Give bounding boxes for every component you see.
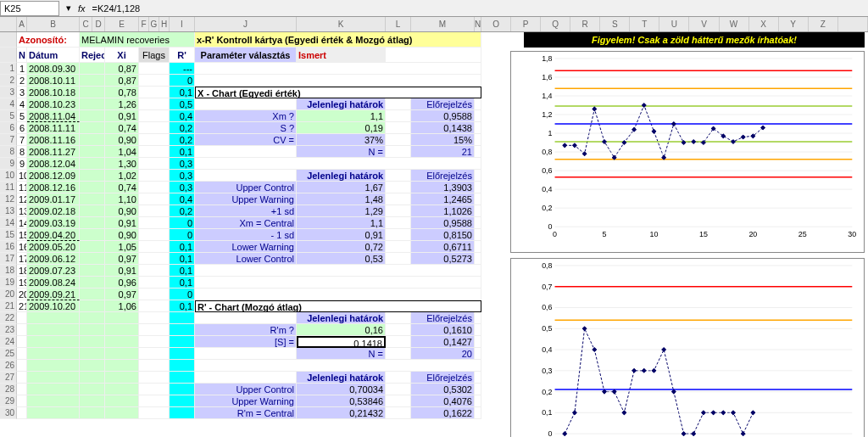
row-header[interactable] — [0, 32, 17, 48]
cell-date[interactable]: 2008.10.18 — [27, 87, 80, 98]
cell-xi[interactable]: 0,78 — [105, 87, 139, 98]
cell[interactable] — [17, 395, 27, 407]
cell-n[interactable]: 12 — [17, 193, 27, 205]
panel-value[interactable]: 0,70034 — [297, 384, 386, 395]
cell-flags[interactable] — [139, 75, 170, 87]
panel-forecast[interactable]: 0,9588 — [411, 217, 475, 229]
cell-n[interactable]: 6 — [17, 122, 27, 134]
cell[interactable] — [139, 348, 170, 360]
cell-flags[interactable] — [139, 110, 170, 122]
cell-rejec[interactable] — [80, 146, 105, 158]
cell-date[interactable]: 2009.05.20 — [27, 241, 80, 253]
blank[interactable] — [195, 360, 481, 372]
cell-rejec[interactable] — [80, 158, 105, 170]
cell-r[interactable]: 0,1 — [170, 146, 195, 158]
panel-label[interactable]: +1 sd — [195, 205, 297, 217]
cell[interactable] — [170, 360, 195, 372]
panel-forecast[interactable]: Előrejelzés — [411, 98, 475, 110]
cell[interactable] — [105, 360, 139, 372]
cell-flags[interactable] — [139, 241, 170, 253]
cell-flags[interactable] — [139, 63, 170, 75]
panel-label[interactable] — [195, 98, 297, 110]
row-header[interactable]: 29 — [0, 395, 17, 407]
cell-n[interactable]: 8 — [17, 146, 27, 158]
panel-label[interactable] — [195, 146, 297, 158]
panel-value[interactable]: 0,1418 — [297, 336, 386, 348]
cell-flags[interactable] — [139, 87, 170, 98]
cell-rejec[interactable] — [80, 87, 105, 98]
col-header-M[interactable]: M — [411, 17, 475, 31]
cell-r[interactable]: 0,3 — [170, 182, 195, 193]
cell-rejec[interactable] — [80, 241, 105, 253]
cell[interactable] — [80, 312, 105, 324]
col-header-U[interactable]: U — [659, 17, 689, 31]
panel-label[interactable]: Upper Control — [195, 182, 297, 193]
cell[interactable] — [170, 312, 195, 324]
cell-rejec[interactable] — [80, 193, 105, 205]
panel-label[interactable]: CV = — [195, 134, 297, 146]
row-header[interactable]: 24 — [0, 336, 17, 348]
cell-date[interactable]: 2009.10.20 — [27, 300, 80, 312]
cell[interactable] — [80, 348, 105, 360]
cell-date[interactable]: 2009.03.19 — [27, 217, 80, 229]
panel-value[interactable]: Jelenlegi határok — [297, 170, 386, 182]
panel-forecast[interactable]: 0,6711 — [411, 241, 475, 253]
row-header[interactable]: 13 — [0, 205, 17, 217]
cell-xi[interactable]: 1,30 — [105, 158, 139, 170]
panel-forecast[interactable]: 0,9588 — [411, 110, 475, 122]
blank[interactable] — [195, 63, 481, 75]
row-header[interactable]: 3 — [0, 87, 17, 98]
row-header[interactable]: 26 — [0, 360, 17, 372]
cell[interactable] — [27, 395, 80, 407]
cell-rejec[interactable] — [80, 63, 105, 75]
panel-forecast[interactable]: 1,2465 — [411, 193, 475, 205]
row-header[interactable]: 20 — [0, 289, 17, 300]
panel-forecast[interactable]: 0,8150 — [411, 229, 475, 241]
cell[interactable] — [139, 336, 170, 348]
blank[interactable] — [195, 75, 481, 87]
panel-forecast[interactable]: Előrejelzés — [411, 312, 475, 324]
panel-value[interactable]: 0,53 — [297, 253, 386, 265]
col-header-I[interactable]: I — [170, 17, 195, 31]
col-header-G[interactable]: G — [149, 17, 159, 31]
cell-flags[interactable] — [139, 229, 170, 241]
name-box[interactable]: K25 — [0, 1, 59, 16]
col-header-A[interactable]: A — [17, 17, 27, 31]
cell-xi[interactable]: 1,04 — [105, 146, 139, 158]
panel-forecast[interactable]: 21 — [411, 146, 475, 158]
panel-forecast[interactable]: Előrejelzés — [411, 372, 475, 384]
cell-xi[interactable]: 1,10 — [105, 193, 139, 205]
panel-value[interactable]: 1,48 — [297, 193, 386, 205]
cell-n[interactable]: 3 — [17, 87, 27, 98]
cell-n[interactable]: 20 — [17, 289, 27, 300]
panel-forecast[interactable]: 0,1622 — [411, 407, 475, 419]
cell[interactable] — [80, 407, 105, 419]
col-header-Y[interactable]: Y — [779, 17, 809, 31]
cell[interactable] — [17, 348, 27, 360]
cell-date[interactable]: 2009.02.18 — [27, 205, 80, 217]
cell-date[interactable]: 2008.12.04 — [27, 158, 80, 170]
cell[interactable] — [27, 324, 80, 336]
col-header-N[interactable]: N — [475, 17, 481, 31]
panel-label[interactable]: Upper Control — [195, 384, 297, 395]
cell-xi[interactable]: 0,74 — [105, 182, 139, 193]
cell[interactable] — [170, 395, 195, 407]
cell-n[interactable]: 4 — [17, 98, 27, 110]
cell-rejec[interactable] — [80, 134, 105, 146]
cell[interactable] — [80, 384, 105, 395]
cell[interactable] — [27, 407, 80, 419]
cell-xi[interactable]: 1,26 — [105, 98, 139, 110]
cell-n[interactable]: 1 — [17, 63, 27, 75]
col-header-[interactable] — [838, 17, 868, 31]
cell-r[interactable]: 0,1 — [170, 241, 195, 253]
row-header[interactable]: 8 — [0, 146, 17, 158]
cell-date[interactable]: 2009.01.17 — [27, 193, 80, 205]
cell-flags[interactable] — [139, 146, 170, 158]
cell-xi[interactable]: 0,87 — [105, 75, 139, 87]
row-header[interactable]: 4 — [0, 98, 17, 110]
cell-rejec[interactable] — [80, 170, 105, 182]
cell-date[interactable]: 2009.04.20 — [27, 229, 80, 241]
cell-n[interactable]: 18 — [17, 265, 27, 277]
cell[interactable] — [17, 336, 27, 348]
cell[interactable] — [27, 360, 80, 372]
